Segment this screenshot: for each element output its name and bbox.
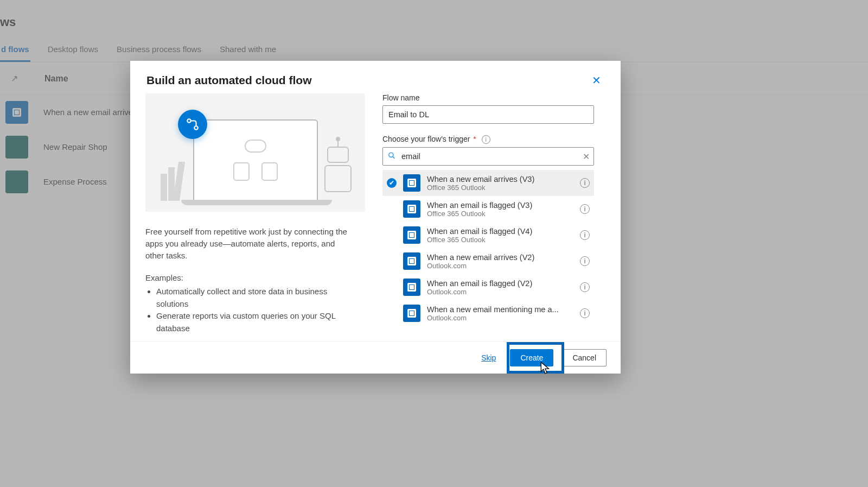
trigger-option[interactable]: ✔ When a new email arrives (V3) Office 3… <box>382 170 594 196</box>
cancel-button[interactable]: Cancel <box>562 349 607 366</box>
outlook-icon <box>403 200 420 218</box>
example-item: Generate reports via custom queries on y… <box>156 310 354 334</box>
database-icon <box>233 162 250 181</box>
modal-description: Free yourself from repetitive work just … <box>145 226 354 261</box>
trigger-info-icon[interactable]: i <box>580 282 590 292</box>
trigger-connector: Office 365 Outlook <box>427 184 573 192</box>
svg-point-2 <box>389 153 393 157</box>
trigger-name: When an email is flagged (V4) <box>427 227 573 236</box>
trigger-name: When an email is flagged (V3) <box>427 201 573 210</box>
trigger-name: When a new email mentioning me a... <box>427 305 573 314</box>
radio-unselected <box>387 308 397 318</box>
trigger-connector: Office 365 Outlook <box>427 210 573 218</box>
svg-point-1 <box>194 126 198 130</box>
trigger-option[interactable]: When a new email mentioning me a... Outl… <box>382 300 594 326</box>
trigger-info-icon[interactable]: i <box>580 204 590 214</box>
skip-button[interactable]: Skip <box>476 349 501 366</box>
cloud-icon <box>245 140 266 153</box>
create-button[interactable]: Create <box>510 349 553 366</box>
trigger-info-icon[interactable]: i <box>580 178 590 188</box>
trigger-name: When a new email arrives (V3) <box>427 175 573 184</box>
flow-name-input[interactable] <box>382 105 594 124</box>
required-marker: * <box>473 135 476 143</box>
flow-badge-icon <box>178 110 207 139</box>
outlook-icon <box>403 252 420 270</box>
trigger-info-icon[interactable]: i <box>580 308 590 318</box>
svg-line-3 <box>393 157 394 159</box>
trigger-info-icon[interactable]: i <box>580 230 590 240</box>
trigger-list: ✔ When a new email arrives (V3) Office 3… <box>382 170 594 326</box>
clear-search-icon[interactable]: ✕ <box>583 151 590 162</box>
trigger-search-input[interactable] <box>382 147 594 166</box>
database-icon <box>261 162 278 181</box>
trigger-connector: Outlook.com <box>427 314 573 322</box>
svg-point-0 <box>187 119 191 123</box>
examples-heading: Examples: <box>145 273 354 282</box>
selected-check-icon: ✔ <box>387 178 397 188</box>
outlook-icon <box>403 305 420 322</box>
trigger-name: When an email is flagged (V2) <box>427 279 573 288</box>
trigger-option[interactable]: When an email is flagged (V3) Office 365… <box>382 196 594 222</box>
illustration <box>145 93 365 212</box>
outlook-icon <box>403 279 420 296</box>
trigger-option[interactable]: When an email is flagged (V4) Office 365… <box>382 222 594 248</box>
create-flow-modal: Build an automated cloud flow ✕ <box>130 61 621 374</box>
trigger-label: Choose your flow's trigger * i <box>382 135 605 144</box>
radio-unselected <box>387 256 397 266</box>
examples-list: Automatically collect and store data in … <box>145 286 354 334</box>
close-icon[interactable]: ✕ <box>589 74 604 87</box>
outlook-icon <box>403 226 420 244</box>
radio-unselected <box>387 204 397 214</box>
modal-title: Build an automated cloud flow <box>146 74 312 87</box>
radio-unselected <box>387 230 397 240</box>
example-item: Automatically collect and store data in … <box>156 286 354 310</box>
modal-right-pane: Flow name Choose your flow's trigger * i… <box>365 93 605 341</box>
trigger-option[interactable]: When a new email arrives (V2) Outlook.co… <box>382 248 594 274</box>
trigger-connector: Outlook.com <box>427 262 573 270</box>
robot-icon <box>322 147 354 201</box>
modal-footer: Skip Create Cancel <box>130 341 621 374</box>
trigger-name: When a new email arrives (V2) <box>427 253 573 262</box>
trigger-connector: Office 365 Outlook <box>427 236 573 244</box>
radio-unselected <box>387 282 397 292</box>
search-icon <box>388 152 395 161</box>
modal-left-pane: Free yourself from repetitive work just … <box>145 93 365 341</box>
trigger-connector: Outlook.com <box>427 288 573 296</box>
flow-name-label: Flow name <box>382 93 605 102</box>
info-icon[interactable]: i <box>482 135 490 144</box>
outlook-icon <box>403 174 420 192</box>
trigger-option[interactable]: When an email is flagged (V2) Outlook.co… <box>382 274 594 300</box>
trigger-info-icon[interactable]: i <box>580 256 590 266</box>
